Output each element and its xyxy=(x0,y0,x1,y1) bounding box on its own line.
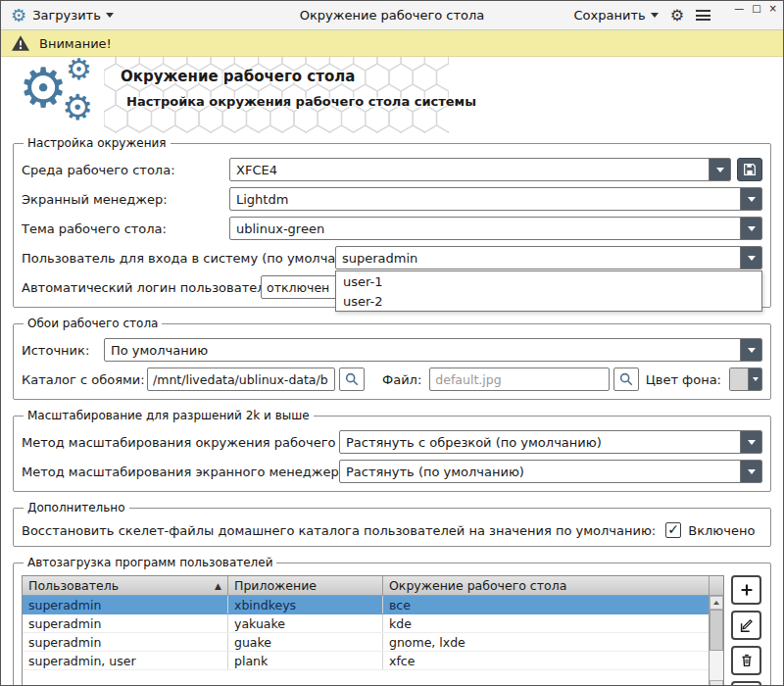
skel-row: Восстановить скелет-файлы домашнего ката… xyxy=(22,522,762,538)
autostart-toolbar xyxy=(731,575,762,686)
chevron-down-icon[interactable] xyxy=(740,218,761,239)
menu-icon[interactable] xyxy=(696,10,710,21)
wallpaper-file-input[interactable] xyxy=(429,368,610,391)
close-button[interactable]: × xyxy=(769,4,777,14)
scaling-legend: Масштабирование для разршений 2k и выше xyxy=(24,409,314,422)
desktop-env-apply-button[interactable] xyxy=(737,158,762,181)
app-gear-icon: ⚙ xyxy=(11,7,26,24)
display-manager-select[interactable]: Lightdm xyxy=(229,187,762,211)
check-icon: ✓ xyxy=(667,522,679,536)
minimize-button[interactable]: — xyxy=(734,4,744,14)
load-button-label: Загрузить xyxy=(32,8,101,23)
cell-app: xbindkeys xyxy=(228,596,383,613)
add-entry-button[interactable] xyxy=(731,575,761,605)
app-window: ⚙ Загрузить Окружение рабочего стола Сох… xyxy=(0,0,784,686)
scrollbar-track[interactable] xyxy=(710,610,723,680)
table-row[interactable]: superadmin guake gnome, lxde xyxy=(23,633,709,652)
table-row[interactable]: superadmin yakuake kde xyxy=(23,614,709,633)
gear-icon: ⚙ xyxy=(62,90,93,125)
table-row[interactable]: superadmin xbindkeys все xyxy=(23,596,709,614)
skel-checkbox[interactable]: ✓ xyxy=(665,522,681,538)
chevron-down-icon[interactable] xyxy=(740,247,761,269)
autostart-group: Автозагрузка программ пользователей Поль… xyxy=(13,556,771,686)
cell-app: guake xyxy=(228,633,383,651)
chevron-down-icon[interactable] xyxy=(748,368,761,390)
wallpaper-source-select[interactable]: По умолчанию xyxy=(104,338,762,362)
wallpaper-legend: Обои рабочего стола xyxy=(24,317,162,330)
scroll-down-button[interactable] xyxy=(710,680,723,686)
load-button[interactable]: Загрузить xyxy=(32,8,114,23)
theme-value: ublinux-green xyxy=(230,218,740,239)
wallpaper-source-row: Источник: По умолчанию xyxy=(22,338,762,362)
chevron-down-icon[interactable] xyxy=(740,339,761,361)
settings-gear-icon[interactable]: ⚙ xyxy=(670,8,684,24)
scrollbar-thumb[interactable] xyxy=(710,610,723,651)
display-manager-row: Экранный менеджер: Lightdm xyxy=(22,187,762,211)
warning-text: Внимание! xyxy=(39,36,112,51)
dropdown-option-user-2[interactable]: user-2 xyxy=(336,291,761,311)
search-icon xyxy=(344,371,360,387)
app-logo: ⚙ ⚙ ⚙ xyxy=(19,59,117,133)
scroll-up-button[interactable] xyxy=(710,596,723,610)
user-dropdown-popup: user-1 user-2 xyxy=(335,270,762,312)
chevron-down-icon xyxy=(106,13,114,18)
chevron-down-icon xyxy=(651,13,659,18)
wallpaper-source-value: По умолчанию xyxy=(105,339,740,361)
desktop-env-select[interactable]: XFCE4 xyxy=(229,158,731,181)
bg-color-picker[interactable] xyxy=(729,368,762,391)
default-user-select[interactable]: superadmin xyxy=(335,246,762,270)
disk-icon xyxy=(742,162,758,177)
wallpaper-dir-input[interactable] xyxy=(147,368,335,391)
desktop-scaling-row: Метод масштабирования окружения рабочего… xyxy=(22,430,762,454)
edit-entry-button[interactable] xyxy=(731,611,761,640)
theme-label: Тема рабочего стола: xyxy=(22,221,229,236)
display-manager-label: Экранный менеджер: xyxy=(22,192,229,207)
column-header-app[interactable]: Приложение xyxy=(228,576,383,595)
table-body: superadmin xbindkeys все superadmin yaku… xyxy=(23,596,709,686)
wallpaper-path-row: Каталог с обоями: Файл: Цвет фона: xyxy=(22,368,762,391)
browse-directory-button[interactable] xyxy=(339,368,365,391)
cell-user: superadmin xyxy=(23,633,228,651)
warning-banner: Внимание! xyxy=(1,30,783,57)
desktop-scaling-select[interactable]: Растянуть с обрезкой (по умолчанию) xyxy=(339,430,762,454)
cell-env: kde xyxy=(383,614,709,632)
skel-label: Восстановить скелет-файлы домашнего ката… xyxy=(22,523,656,538)
default-user-value: superadmin xyxy=(336,247,740,269)
additional-group: Дополнительно Восстановить скелет-файлы … xyxy=(13,501,771,547)
theme-row: Тема рабочего стола: ublinux-green xyxy=(22,217,762,240)
env-settings-legend: Настройка окружения xyxy=(24,136,171,150)
maximize-button[interactable]: □ xyxy=(752,4,760,14)
wallpaper-file-label: Файл: xyxy=(382,372,421,387)
dm-scaling-row: Метод масштабирования экранного менеджер… xyxy=(22,460,762,483)
env-settings-group: Настройка окружения Среда рабочего стола… xyxy=(13,136,771,308)
additional-legend: Дополнительно xyxy=(24,501,129,514)
chevron-down-icon[interactable] xyxy=(740,431,761,453)
column-header-env[interactable]: Окружение рабочего стола xyxy=(383,576,709,595)
wallpaper-source-label: Источник: xyxy=(22,343,104,358)
dropdown-option-user-1[interactable]: user-1 xyxy=(336,271,761,291)
desktop-env-label: Среда рабочего стола: xyxy=(22,163,229,177)
column-header-env-label: Окружение рабочего стола xyxy=(389,578,566,593)
cell-env: gnome, lxde xyxy=(383,633,709,651)
browse-file-button[interactable] xyxy=(613,368,639,391)
column-header-app-label: Приложение xyxy=(234,578,317,593)
column-header-user[interactable]: Пользователь ▲ xyxy=(23,576,228,595)
chevron-down-icon[interactable] xyxy=(709,159,730,180)
search-icon xyxy=(618,371,634,387)
save-button[interactable]: Сохранить xyxy=(574,8,659,23)
default-user-row: Пользователь для входа в систему (по умо… xyxy=(22,246,762,270)
page-title: Окружение рабочего стола xyxy=(121,68,355,85)
bg-color-label: Цвет фона: xyxy=(646,372,721,387)
chevron-down-icon[interactable] xyxy=(740,188,761,210)
vertical-scrollbar[interactable] xyxy=(709,576,723,686)
table-row[interactable]: superadmin, user plank xfce xyxy=(23,652,709,670)
autologin-input[interactable] xyxy=(261,275,337,299)
cell-user: superadmin xyxy=(23,614,228,632)
theme-select[interactable]: ublinux-green xyxy=(229,217,762,240)
cell-env: xfce xyxy=(383,652,709,669)
dm-scaling-select[interactable]: Растянуть (по умолчанию) xyxy=(339,460,762,483)
chevron-down-icon[interactable] xyxy=(740,461,761,482)
refresh-button[interactable] xyxy=(731,681,761,686)
autostart-table-area: Пользователь ▲ Приложение Окружение рабо… xyxy=(22,575,724,686)
delete-entry-button[interactable] xyxy=(731,646,761,675)
